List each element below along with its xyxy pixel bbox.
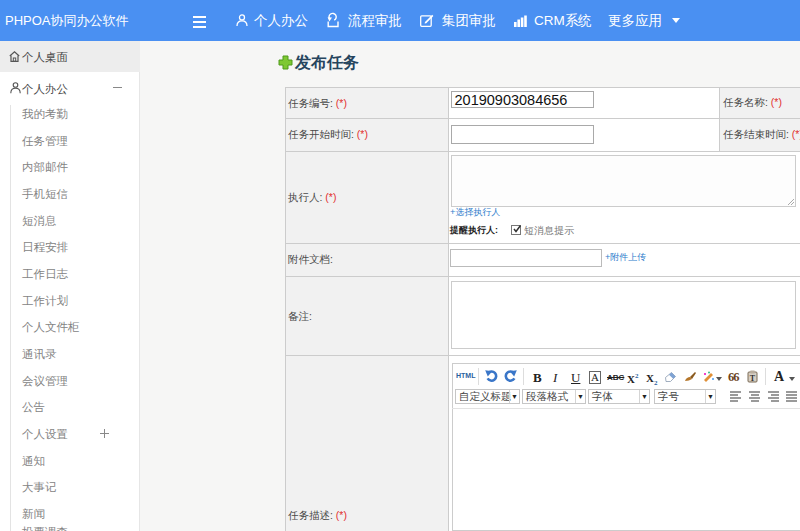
svg-text:T: T [750, 374, 756, 383]
